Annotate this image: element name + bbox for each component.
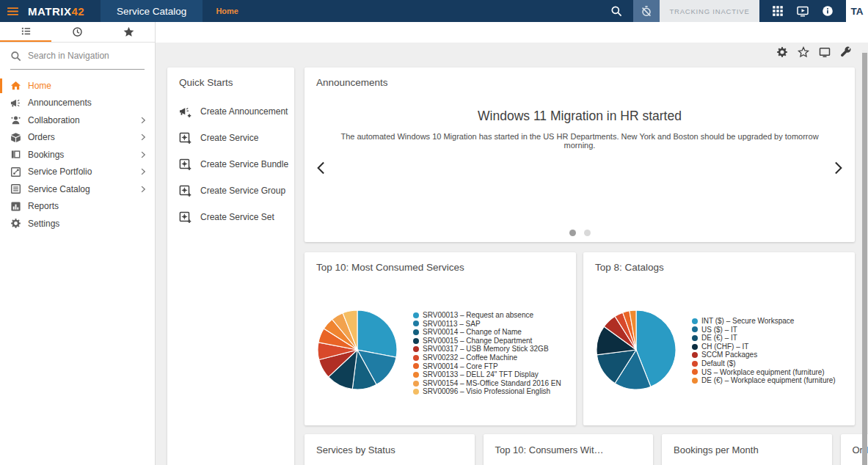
legend-item: SRV00113 – SAP [413,320,561,329]
legend-dot [692,361,698,367]
legend-label: SRV00317 – USB Memory Stick 32GB [423,345,549,354]
sidebar-item-service-portfolio[interactable]: Service Portfolio [0,164,155,181]
legend-dot [413,389,419,395]
topnav-tab-home[interactable]: Home [216,7,238,15]
carousel-next-arrow-icon[interactable] [828,158,847,178]
sidebar-item-service-catalog[interactable]: Service Catalog [0,180,155,198]
sidebar-item-announcements[interactable]: Announcements [0,95,155,112]
wrench-icon[interactable] [839,45,853,59]
search-input[interactable] [28,51,138,61]
legend-label: SRV00014 – Change of Name [423,328,522,337]
legend-item: SRV00154 – MS-Office Standard 2016 EN [413,379,561,388]
megaphone-icon [10,97,22,109]
legend-item: DE (€) – IT [692,334,836,343]
legend-item: SRV00232 – Coffee Machine [413,354,561,362]
legend-label: Default ($) [701,359,736,368]
sidebar-tabstrip [0,22,155,43]
sidebar-item-home[interactable]: Home [0,77,155,95]
legend-label: DE (€) – Workplace equipment (furniture) [701,376,836,385]
legend-label: SCCM Packages [701,351,757,359]
chart-legend: SRV00013 – Request an absenceSRV00113 – … [413,311,561,396]
sidebar-item-bookings[interactable]: Bookings [0,146,155,164]
content-toolbar [775,45,853,59]
legend-dot [413,372,419,378]
video-tutorials-icon[interactable] [790,0,815,22]
panel-title: Announcements [304,67,855,88]
legend-dot [413,329,419,335]
box-gear-plus-icon [179,132,192,144]
home-icon [10,80,22,92]
chevron-right-icon [139,116,147,125]
legend-item: INT ($) – Secure Workspace [692,317,836,326]
quickstart-create-service-set[interactable]: Create Service Set [167,204,294,230]
legend-item: US ($) – IT [692,326,836,334]
scrollbar-thumb[interactable] [862,53,867,465]
vertical-scrollbar[interactable] [862,50,867,465]
legend-label: SRV00013 – Request an absence [423,311,533,320]
quickstart-create-service-group[interactable]: Create Service Group [167,177,294,204]
legend-item: SRV00014 – Core FTP [413,362,561,371]
legend-item: SRV00015 – Change Department [413,337,561,345]
sidebar-item-settings[interactable]: Settings [0,215,155,232]
carousel-prev-arrow-icon[interactable] [312,158,331,178]
hamburger-menu-icon[interactable] [0,0,25,22]
tab-history[interactable] [51,22,103,42]
bottom-panels-row: Services by Status Top 10: Consumers Wit… [304,434,868,465]
legend-dot [413,321,419,326]
app-grid-icon[interactable] [765,0,790,22]
announcement-body: The automated Windows 10 Migration has s… [304,132,855,150]
box-icon [10,131,22,143]
book-icon [10,149,22,161]
monitor-icon[interactable] [817,45,832,59]
info-icon[interactable] [815,0,840,22]
chevron-right-icon [139,167,147,176]
search-icon [10,51,21,62]
list-icon [21,26,32,37]
legend-label: US – Workplace equipment (furniture) [701,368,825,377]
legend-dot [692,318,698,324]
tracking-status-label: TRACKING INACTIVE [660,0,759,22]
tracking-widget[interactable]: TRACKING INACTIVE [633,0,759,22]
chevron-right-icon [139,133,147,142]
search-icon[interactable] [604,0,629,22]
dashboard-content: Quick Starts Create Announcement Create … [156,43,868,465]
panel-bookings-per-month: Bookings per Month [662,434,832,465]
legend-label: CH (CHF) – IT [701,343,748,351]
tab-navigation-list[interactable] [0,22,51,42]
sidebar-item-collaboration[interactable]: Collaboration [0,111,155,129]
favorite-star-icon[interactable] [796,45,811,59]
legend-dot [692,326,698,332]
settings-gear-icon[interactable] [775,45,789,59]
legend-dot [692,352,698,358]
matrix42-logo: MATRIX42 [28,5,84,18]
quickstart-create-service[interactable]: Create Service [167,125,294,151]
sidebar-item-orders[interactable]: Orders [0,129,155,147]
legend-item: SRV00013 – Request an absence [413,311,561,320]
tab-favorites[interactable] [103,22,155,42]
sidebar-item-reports[interactable]: Reports [0,198,155,216]
legend-label: SRV00113 – SAP [423,320,481,329]
legend-label: DE (€) – IT [701,334,737,343]
timer-off-icon[interactable] [633,0,660,22]
legend-dot [692,378,698,384]
catalogs-panel: Top 8: Catalogs INT ($) – Secure Workspa… [583,252,855,425]
legend-label: US ($) – IT [701,326,737,334]
navigation-search [10,43,145,70]
user-avatar[interactable]: TA [846,0,868,22]
quickstart-create-announcement[interactable]: Create Announcement [167,98,294,125]
chevron-right-icon [139,185,147,194]
gear-icon [10,218,22,230]
quick-starts-list: Create Announcement Create Service Creat… [167,88,294,230]
history-clock-icon [72,26,83,37]
legend-item: Default ($) [692,359,836,368]
carousel-dot[interactable] [584,230,591,236]
panel-title: Top 8: Catalogs [583,252,855,273]
megaphone-plus-icon [179,106,192,118]
carousel-dots [304,230,855,236]
panel-title: Top 10: Most Consumed Services [304,252,576,273]
legend-item: SCCM Packages [692,351,836,359]
legend-dot [413,338,419,344]
topbar-right-group: TRACKING INACTIVE TA [604,0,868,22]
quickstart-create-service-bundle[interactable]: Create Service Bundle [167,151,294,177]
carousel-dot-active[interactable] [569,230,576,236]
